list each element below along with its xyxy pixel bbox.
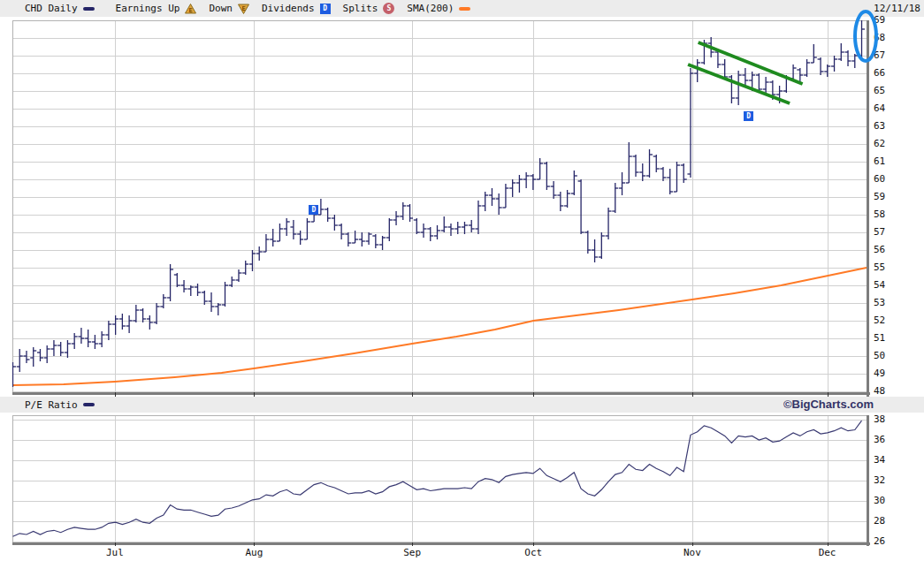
price-bar	[674, 162, 680, 192]
x-axis-months: JulAugSepOctNovDec	[12, 547, 867, 559]
price-bar	[366, 232, 372, 245]
price-bar	[606, 208, 612, 239]
price-bar	[564, 190, 570, 208]
price-y-label: 53	[874, 297, 909, 308]
price-bar	[57, 342, 64, 356]
pe-y-label: 30	[874, 495, 909, 506]
pe-y-label: 38	[874, 413, 909, 425]
pe-y-label: 26	[874, 535, 909, 547]
price-bar	[639, 163, 645, 181]
price-bar	[202, 291, 208, 305]
earnings-up-icon: E	[185, 4, 196, 14]
dividend-marker: D	[744, 111, 753, 121]
price-bar	[530, 174, 536, 190]
pe-ratio-line	[13, 421, 862, 536]
price-bar	[92, 335, 98, 349]
price-bar	[736, 71, 742, 105]
price-bar	[160, 294, 166, 308]
price-bar	[633, 155, 639, 177]
border-bottom	[12, 392, 870, 395]
legend-sma-label: SMA(200)	[407, 3, 454, 14]
price-bar	[37, 349, 43, 361]
dividend-icon: D	[320, 4, 331, 14]
price-bar	[509, 179, 515, 197]
border-right	[867, 20, 869, 398]
price-bar	[557, 192, 563, 211]
price-bar	[187, 285, 194, 296]
price-bar	[469, 220, 475, 232]
price-bar	[544, 162, 550, 190]
price-y-label: 56	[874, 244, 909, 255]
price-y-label: 55	[874, 262, 909, 273]
legend-splits-label: Splits	[343, 3, 378, 14]
price-bar	[17, 349, 23, 372]
price-bar	[290, 220, 296, 239]
price-y-label: 61	[874, 155, 909, 167]
price-bar	[215, 303, 221, 315]
price-bar	[400, 202, 406, 220]
price-bar	[105, 321, 111, 340]
price-bar	[537, 158, 543, 179]
price-y-label: 58	[874, 208, 909, 220]
month-label: Sep	[397, 547, 427, 558]
price-bar	[209, 292, 215, 312]
price-bar	[414, 218, 420, 234]
price-bar	[502, 184, 508, 208]
price-chart-svg	[12, 20, 870, 398]
price-bar	[571, 171, 577, 195]
price-bar	[133, 305, 139, 322]
legend-earnings-up-label: Earnings Up	[116, 3, 180, 14]
price-bar	[619, 172, 625, 195]
price-y-label: 49	[874, 368, 909, 379]
month-tick	[115, 542, 116, 546]
price-bar	[379, 236, 386, 250]
price-bar	[441, 216, 447, 232]
price-bar	[304, 218, 310, 239]
price-bar	[167, 264, 173, 301]
price-bar	[332, 215, 338, 231]
price-y-label: 54	[874, 279, 909, 291]
price-bar	[660, 167, 666, 181]
price-bar	[263, 234, 269, 252]
price-y-label: 60	[874, 173, 909, 185]
price-series-swatch	[83, 7, 95, 11]
price-bar	[447, 224, 454, 236]
price-bar	[78, 328, 84, 344]
price-bar	[475, 201, 481, 234]
month-tick	[254, 542, 255, 546]
pe-y-label: 36	[874, 434, 909, 445]
highlight-ellipse-shape	[855, 11, 876, 61]
price-bar	[72, 333, 78, 349]
price-bar	[824, 64, 830, 77]
price-bar	[811, 44, 817, 63]
price-y-label: 51	[874, 332, 909, 344]
price-y-label: 64	[874, 102, 909, 114]
price-y-label: 63	[874, 120, 909, 132]
month-label: Oct	[518, 547, 548, 558]
bigcharts-screen: CHD Daily Earnings Up E Down E Dividends…	[0, 0, 924, 561]
price-bar	[174, 273, 180, 287]
price-bar	[386, 218, 393, 241]
border-left	[12, 20, 13, 392]
sma-swatch	[459, 7, 470, 11]
bigcharts-logo: ©BigCharts.com	[783, 398, 874, 411]
price-bar	[742, 68, 748, 86]
price-bar	[551, 181, 557, 199]
price-bar	[345, 232, 351, 246]
price-bar	[421, 224, 427, 238]
month-label: Dec	[813, 547, 843, 558]
price-bar	[797, 68, 803, 82]
border-left	[12, 415, 13, 542]
month-tick	[533, 542, 534, 546]
price-bar	[462, 222, 468, 234]
pe-chart-svg	[12, 415, 870, 546]
month-label: Jul	[100, 547, 130, 558]
price-bar	[372, 234, 378, 248]
price-bar	[126, 315, 133, 333]
price-bar	[427, 227, 433, 241]
earnings-down-icon: E	[238, 4, 249, 14]
price-bar	[235, 269, 241, 282]
price-y-label: 52	[874, 315, 909, 326]
svg-text:E: E	[189, 7, 193, 14]
border-top	[12, 20, 867, 21]
